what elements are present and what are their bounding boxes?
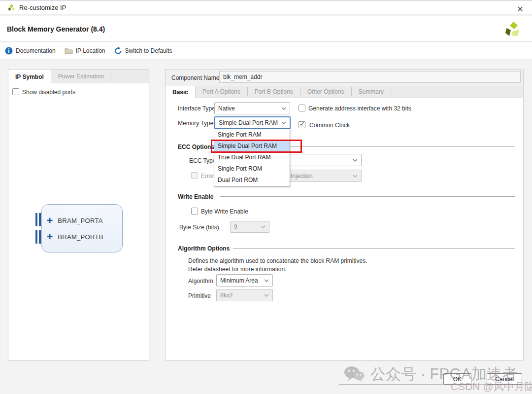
byte-size-label: Byte Size (bits)	[179, 224, 219, 231]
memory-type-select[interactable]: Simple Dual Port RAM	[214, 116, 291, 129]
window-title: Re-customize IP	[19, 4, 66, 11]
left-panel-tabbar: IP Symbol Power Estimation	[8, 70, 149, 83]
bram-portb-label: BRAM_PORTB	[58, 233, 103, 241]
watermark-line2: CSDN @风中月隐	[451, 380, 532, 394]
portb-bus-pins-icon	[35, 230, 41, 244]
expand-plus-icon[interactable]: +	[47, 216, 53, 225]
algorithm-options-section-title: Algorithm Options	[178, 245, 230, 252]
tab-port-a-options[interactable]: Port A Options	[196, 86, 247, 98]
chevron-down-icon	[281, 121, 286, 124]
algorithm-desc-line1: Defines the algorithm used to concatenat…	[188, 257, 367, 264]
algorithm-label: Algorithm	[188, 278, 213, 285]
xilinx-logo-large	[504, 21, 521, 38]
bram-porta-row: + BRAM_PORTA	[47, 216, 103, 225]
write-enable-section-title: Write Enable	[178, 193, 213, 200]
interface-type-label: Interface Type	[178, 105, 215, 112]
watermark-strike-line	[339, 384, 532, 385]
tab-basic[interactable]: Basic	[166, 86, 196, 99]
write-enable-divider	[220, 196, 515, 197]
options-tabbar: Basic Port A Options Port B Options Othe…	[166, 86, 523, 98]
info-icon	[5, 47, 13, 55]
wechat-icon	[344, 366, 365, 383]
tab-power-estimation[interactable]: Power Estimation	[51, 70, 111, 83]
option-single-port-rom[interactable]: Single Port ROM	[214, 163, 290, 175]
documentation-label: Documentation	[16, 47, 56, 54]
red-highlight-annotation	[211, 140, 302, 153]
chevron-down-icon	[264, 294, 269, 297]
toolbar: Documentation IP Location Switch to Defa…	[0, 42, 532, 59]
xilinx-logo-icon	[8, 4, 15, 11]
chevron-down-icon	[261, 225, 266, 228]
common-clock-label: Common Clock	[309, 122, 350, 129]
interface-type-select[interactable]: Native	[214, 102, 290, 114]
configuration-panel: Component Name blk_mem_addr Basic Port A…	[165, 69, 524, 360]
ip-location-label: IP Location	[76, 47, 105, 54]
algorithm-divider	[233, 248, 515, 249]
option-true-dual-port-ram[interactable]: True Dual Port RAM	[214, 152, 290, 163]
algorithm-desc-line2: Refer datasheet for more information.	[188, 266, 286, 273]
expand-plus-icon[interactable]: +	[47, 232, 53, 241]
page-title: Block Memory Generator (8.4)	[7, 25, 105, 33]
switch-to-defaults-button[interactable]: Switch to Defaults	[114, 47, 172, 55]
switch-to-defaults-label: Switch to Defaults	[125, 47, 172, 54]
ip-symbol-panel: IP Symbol Power Estimation Show disabled…	[8, 69, 149, 360]
component-name-input[interactable]: blk_mem_addr	[219, 71, 521, 83]
component-name-row: Component Name blk_mem_addr	[166, 70, 523, 86]
dialog-header: Block Memory Generator (8.4)	[0, 16, 532, 42]
memory-type-dropdown-list: Single Port RAM Simple Dual Port RAM Tru…	[214, 129, 290, 186]
documentation-button[interactable]: Documentation	[5, 47, 56, 55]
chevron-down-icon	[281, 107, 286, 110]
title-bar: Re-customize IP ✕	[0, 0, 532, 15]
ip-location-button[interactable]: IP Location	[65, 47, 105, 54]
component-name-label: Component Name	[171, 74, 219, 81]
byte-write-enable-label: Byte Write Enable	[201, 208, 248, 215]
show-disabled-ports-checkbox[interactable]	[12, 88, 19, 95]
tab-port-b-options[interactable]: Port B Options	[248, 86, 300, 98]
generate-address-label: Generate address interface with 32 bits	[308, 105, 411, 112]
option-dual-port-rom[interactable]: Dual Port ROM	[214, 175, 290, 186]
generate-address-checkbox[interactable]	[299, 105, 305, 111]
ecc-options-section-title: ECC Options	[178, 143, 214, 150]
bram-porta-label: BRAM_PORTA	[58, 217, 102, 224]
primitive-label: Primitive	[188, 292, 211, 299]
tab-other-options[interactable]: Other Options	[300, 86, 351, 98]
folder-icon	[65, 47, 73, 54]
chevron-down-icon	[353, 175, 358, 178]
common-clock-checkbox[interactable]	[299, 121, 305, 128]
show-disabled-ports-label: Show disabled ports	[22, 89, 75, 96]
tab-separator	[111, 72, 111, 81]
porta-bus-pins-icon	[35, 213, 41, 226]
error-injection-checkbox[interactable]	[191, 172, 198, 179]
tab-ip-symbol[interactable]: IP Symbol	[8, 70, 51, 84]
tab-summary[interactable]: Summary	[352, 86, 391, 98]
ecc-type-label: ECC Type	[189, 157, 216, 164]
memory-type-label: Memory Type	[178, 120, 213, 127]
byte-size-select[interactable]: 9	[230, 221, 269, 233]
algorithm-select[interactable]: Minimum Area	[216, 274, 273, 287]
chevron-down-icon	[264, 279, 269, 282]
chevron-down-icon	[353, 159, 358, 162]
byte-write-enable-checkbox[interactable]	[191, 208, 198, 215]
recustomize-ip-dialog: Re-customize IP ✕ Block Memory Generator…	[0, 0, 532, 394]
ip-symbol-diagram: + BRAM_PORTA + BRAM_PORTB	[41, 204, 123, 252]
bram-portb-row: + BRAM_PORTB	[47, 232, 103, 241]
close-icon[interactable]: ✕	[515, 4, 525, 14]
option-single-port-ram[interactable]: Single Port RAM	[214, 129, 290, 141]
primitive-select[interactable]: 8kx2	[216, 289, 273, 301]
refresh-icon	[114, 47, 122, 55]
